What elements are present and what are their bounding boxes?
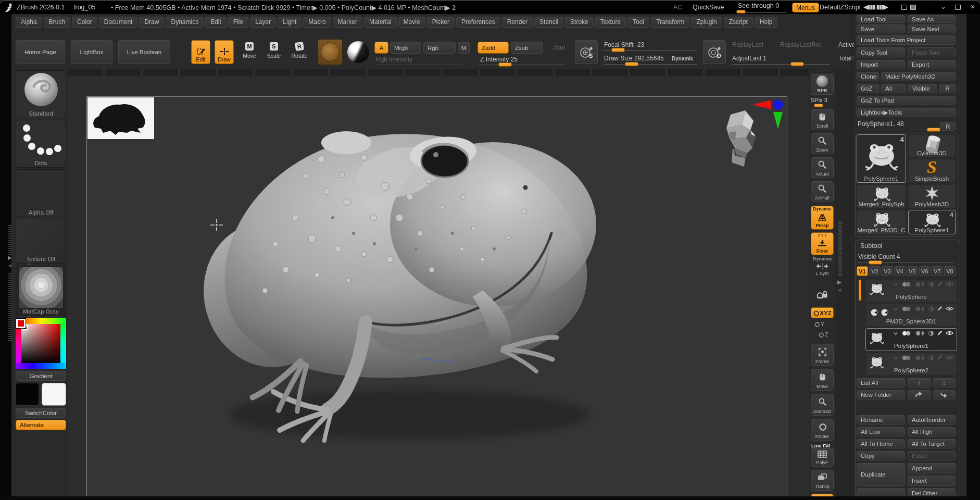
actual-button[interactable]: Actual bbox=[811, 157, 834, 178]
menu-item[interactable]: Render bbox=[502, 17, 533, 28]
mrgb-toggle[interactable]: Mrgb bbox=[390, 42, 421, 54]
draw-button[interactable]: Draw bbox=[215, 40, 234, 64]
menu-item[interactable]: Help bbox=[755, 17, 778, 28]
new-folder-button[interactable]: New Folder bbox=[857, 390, 905, 399]
right-shelf-divider[interactable] bbox=[838, 221, 842, 276]
z-intensity-slider[interactable]: Z Intensity 25 bbox=[480, 56, 518, 63]
current-alpha-button[interactable]: Alpha Off bbox=[16, 169, 66, 217]
all-low-button[interactable]: All Low bbox=[857, 427, 905, 436]
dynamic-draw-size-toggle[interactable]: Dynamic bbox=[672, 56, 694, 61]
import-button[interactable]: Import bbox=[857, 60, 905, 69]
goz-all-button[interactable]: All bbox=[881, 84, 906, 93]
switch-color-button[interactable]: SwitchColor bbox=[16, 408, 66, 418]
default-zscript-button[interactable]: DefaultZScript bbox=[820, 4, 861, 11]
menu-item[interactable]: Draw bbox=[139, 17, 164, 28]
displacement-icon[interactable] bbox=[928, 355, 934, 360]
menu-item[interactable]: Color bbox=[72, 17, 97, 28]
paint-icon[interactable] bbox=[937, 306, 943, 311]
all-high-button[interactable]: All High bbox=[908, 427, 956, 436]
all-to-target-button[interactable]: All To Target bbox=[908, 439, 956, 448]
goz-r-button[interactable]: R bbox=[939, 84, 956, 93]
lightbox-button[interactable]: LightBox bbox=[71, 40, 112, 64]
menu-item[interactable]: Zscript bbox=[724, 17, 753, 28]
menu-item[interactable]: Stroke bbox=[565, 17, 594, 28]
frog-model[interactable] bbox=[191, 113, 623, 456]
subtool-v-tab[interactable]: V4 bbox=[894, 266, 906, 276]
menu-item[interactable]: Edit bbox=[205, 17, 227, 28]
merged-pm3d-thumbnail[interactable]: Merged_PM3D_C bbox=[857, 210, 906, 234]
menus-button[interactable]: Menus bbox=[792, 3, 819, 12]
paint-icon[interactable] bbox=[937, 281, 943, 287]
polypaint-icon[interactable] bbox=[901, 282, 912, 287]
wax-preview-button[interactable] bbox=[318, 39, 343, 65]
focal-shift-slider[interactable]: Focal Shift -23 bbox=[604, 41, 644, 48]
doc-next-icon[interactable] bbox=[910, 5, 916, 10]
simplebrush-thumbnail[interactable]: S SimpleBrush bbox=[908, 159, 956, 183]
visibility-eye-icon[interactable] bbox=[946, 331, 953, 335]
polysphere1b-thumbnail[interactable]: 4 PolySphere1 bbox=[908, 210, 956, 234]
menu-item[interactable]: Transform bbox=[651, 17, 689, 28]
spix-handle[interactable] bbox=[814, 104, 823, 107]
active-tool-handle[interactable] bbox=[927, 128, 940, 132]
visible-count-handle[interactable] bbox=[869, 260, 882, 265]
subtool-item-polysphere2[interactable]: PolySphere2 bbox=[865, 353, 957, 376]
subtool-v-tab[interactable]: V8 bbox=[944, 266, 956, 276]
rename-button[interactable]: Rename bbox=[857, 415, 905, 424]
uv-icon[interactable] bbox=[915, 355, 925, 360]
goz-button[interactable]: GoZ bbox=[857, 84, 879, 93]
frame-button[interactable]: Frame bbox=[811, 344, 834, 366]
displacement-icon[interactable] bbox=[928, 306, 934, 311]
rgb-intensity-slider[interactable]: Rgb Intensity bbox=[376, 56, 412, 63]
see-through-handle[interactable] bbox=[736, 10, 746, 14]
subtool-item-pm3d-sphere[interactable]: PM3D_Sphere3D1 bbox=[865, 304, 957, 327]
aahalf-button[interactable]: AAHalf bbox=[811, 181, 834, 202]
subtool-up-button[interactable]: ↑ bbox=[908, 378, 931, 388]
menu-item[interactable]: Light bbox=[278, 17, 301, 28]
subtool-chevron-icon[interactable] bbox=[893, 331, 898, 336]
subtool-title[interactable]: Subtool bbox=[860, 242, 882, 249]
menu-item[interactable]: Tool bbox=[627, 17, 649, 28]
save-button[interactable]: Save bbox=[857, 24, 905, 33]
zsub-toggle[interactable]: Zsub bbox=[511, 42, 543, 54]
zadd-toggle[interactable]: Zadd bbox=[478, 42, 509, 54]
visible-count-slider[interactable]: Visible Count 4 bbox=[858, 253, 900, 260]
subtool-item-polysphere[interactable]: PolySphere bbox=[865, 279, 957, 302]
tablet-pressure-icons[interactable]: ◀▮▮▮ ▮▮▮▶ bbox=[863, 4, 888, 10]
polypaint-icon[interactable] bbox=[901, 306, 912, 311]
load-tools-from-project-button[interactable]: Load Tools From Project bbox=[857, 35, 956, 45]
current-stroke-button[interactable]: Dots bbox=[16, 120, 66, 168]
export-button[interactable]: Export bbox=[908, 60, 956, 69]
save-next-button[interactable]: Save Next bbox=[908, 24, 956, 33]
focal-shift-handle[interactable] bbox=[611, 48, 625, 52]
minimize-button[interactable]: ⌄ bbox=[940, 3, 946, 10]
subtool-chevron-icon[interactable] bbox=[893, 282, 898, 287]
rgb-toggle[interactable]: Rgb bbox=[423, 42, 456, 54]
paint-icon[interactable] bbox=[937, 355, 943, 360]
menu-item[interactable]: Document bbox=[99, 17, 138, 28]
current-brush-button[interactable]: Standard bbox=[16, 70, 66, 118]
rotate-z-button[interactable]: Z bbox=[818, 331, 828, 338]
subtool-item-polysphere1[interactable]: PolySphere1 bbox=[865, 328, 957, 351]
menu-item[interactable]: Dynamics bbox=[166, 17, 204, 28]
subtool-copy-button[interactable]: Copy bbox=[857, 451, 905, 460]
visibility-eye-icon[interactable] bbox=[946, 306, 953, 311]
paint-icon[interactable] bbox=[937, 330, 943, 336]
menu-item[interactable]: Material bbox=[364, 17, 397, 28]
edit-button[interactable]: Edit bbox=[191, 40, 210, 64]
replay-last-button[interactable]: ReplayLast bbox=[732, 41, 763, 48]
rotate-y-button[interactable]: Y bbox=[814, 321, 824, 327]
merged-polysph-thumbnail[interactable]: Merged_PolySph bbox=[857, 184, 906, 208]
copy-tool-button[interactable]: Copy Tool bbox=[857, 47, 905, 57]
alternate-toggle[interactable]: Alternate bbox=[16, 420, 66, 430]
paste-tool-button[interactable]: Paste Tool bbox=[908, 47, 956, 57]
uv-icon[interactable] bbox=[915, 282, 925, 287]
menu-item[interactable]: Marker bbox=[333, 17, 362, 28]
all-to-home-button[interactable]: All To Home bbox=[857, 439, 905, 448]
document[interactable] bbox=[86, 96, 787, 497]
draw-size-slider[interactable]: Draw Size 292.55645 bbox=[604, 55, 664, 62]
hue-strip-left[interactable] bbox=[16, 324, 21, 363]
hue-strip-bottom[interactable] bbox=[16, 363, 66, 369]
polyframe-button[interactable]: PolyF bbox=[811, 448, 834, 467]
m-toggle[interactable]: M bbox=[458, 42, 470, 54]
menu-item[interactable]: Brush bbox=[44, 17, 70, 28]
